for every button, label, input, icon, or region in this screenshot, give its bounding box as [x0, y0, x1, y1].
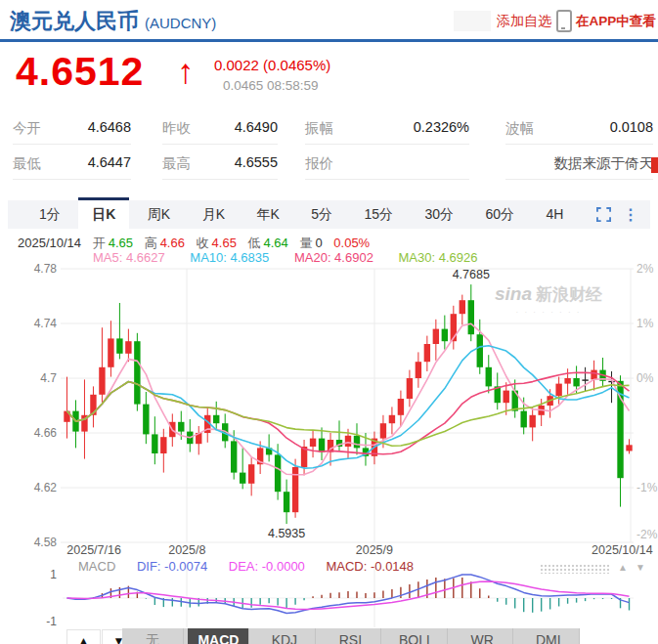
- instrument-name: 澳元兑人民币: [10, 9, 139, 33]
- bar-date: 2025/10/14: [18, 236, 81, 250]
- field-quote: 报价: [305, 154, 469, 180]
- field-high: 最高 4.6555: [162, 154, 278, 180]
- svg-text:4.7: 4.7: [40, 371, 57, 385]
- last-price: 4.6512: [16, 49, 144, 95]
- svg-text:-2%: -2%: [636, 528, 658, 541]
- fullscreen-icon[interactable]: [596, 207, 611, 222]
- price-axis: 4.784.744.74.664.624.582%1%0%-1%-2%: [34, 262, 658, 547]
- svg-text:4.62: 4.62: [34, 481, 58, 494]
- up-arrow-icon: ↑: [177, 52, 195, 91]
- x-axis-labels: 2025/7/162025/82025/92025/10/14: [0, 543, 658, 557]
- indicator-up-button[interactable]: ▲: [66, 629, 101, 644]
- macd-axis: 1-1: [46, 568, 57, 628]
- indicator-tab-strip: 无 MACD KDJ RSI BOLL WR DMI: [122, 628, 580, 644]
- period-tab-bar: 1分 日K 周K 月K 年K 5分 15分 30分 60分 4H ⋮: [8, 200, 650, 229]
- clipped-red-badge: [651, 157, 658, 173]
- tab-1min[interactable]: 1分: [25, 200, 74, 229]
- x-axis-label: 2025/9: [356, 543, 393, 557]
- page-title: 澳元兑人民币(AUDCNY): [10, 7, 216, 36]
- field-low: 最低 4.6447: [13, 154, 131, 180]
- indicator-tab-wr[interactable]: WR: [452, 628, 513, 644]
- svg-text:1: 1: [50, 568, 57, 581]
- svg-text:-1%: -1%: [636, 481, 658, 494]
- field-prev-close: 昨收 4.6490: [162, 119, 278, 145]
- tab-4h[interactable]: 4H: [533, 200, 578, 229]
- svg-text:4.78: 4.78: [34, 262, 58, 276]
- macd-chart[interactable]: 1-1: [0, 565, 658, 631]
- field-swing: 波幅 0.0108: [505, 119, 653, 145]
- annotations: 4.76854.5935: [268, 268, 490, 540]
- price-change: 0.0022 (0.0465%): [214, 57, 330, 73]
- tab-60min[interactable]: 60分: [472, 200, 529, 229]
- view-in-app-link[interactable]: 在APP中查看: [576, 13, 656, 30]
- x-axis-label: 2025/8: [168, 543, 205, 557]
- indicator-tab-dmi[interactable]: DMI: [518, 628, 580, 644]
- svg-text:4.66: 4.66: [34, 426, 58, 440]
- main-chart[interactable]: 4.784.744.74.664.624.582%1%0%-1%-2%4.768…: [0, 254, 658, 547]
- header-divider: [0, 39, 658, 42]
- ma-lines: [67, 323, 630, 475]
- field-open: 今开 4.6468: [13, 119, 131, 145]
- more-options-icon[interactable]: ⋮: [623, 205, 638, 224]
- svg-text:-1: -1: [46, 615, 57, 628]
- tab-daily-k[interactable]: 日K: [78, 197, 129, 232]
- field-data-source: 数据来源于倚天: [505, 154, 653, 180]
- indicator-tab-macd[interactable]: MACD: [188, 628, 249, 644]
- tab-15min[interactable]: 15分: [350, 200, 407, 229]
- tab-5min[interactable]: 5分: [297, 200, 346, 229]
- tab-monthly-k[interactable]: 月K: [189, 200, 239, 229]
- tab-weekly-k[interactable]: 周K: [134, 200, 184, 229]
- bar-change-pct: 0.05%: [333, 236, 370, 250]
- indicator-tab-kdj[interactable]: KDJ: [254, 628, 316, 644]
- watchlist-icon[interactable]: [454, 11, 491, 31]
- x-axis-label: 2025/10/14: [592, 543, 653, 557]
- svg-text:0%: 0%: [636, 371, 654, 385]
- phone-icon: [556, 10, 572, 32]
- tab-yearly-k[interactable]: 年K: [242, 200, 292, 229]
- instrument-symbol: (AUDCNY): [145, 15, 216, 31]
- indicator-tab-rsi[interactable]: RSI: [320, 628, 381, 644]
- indicator-tab-boll[interactable]: BOLL: [386, 628, 448, 644]
- svg-text:4.5935: 4.5935: [268, 527, 305, 540]
- svg-text:4.74: 4.74: [34, 317, 58, 330]
- add-watchlist-link[interactable]: 添加自选: [497, 13, 551, 30]
- x-axis-label: 2025/7/16: [66, 543, 121, 557]
- indicator-tab-none[interactable]: 无: [122, 628, 184, 644]
- quote-page: 澳元兑人民币(AUDCNY) 添加自选 在APP中查看 4.6512 ↑ 0.0…: [0, 0, 658, 644]
- tab-30min[interactable]: 30分: [412, 200, 468, 229]
- svg-text:4.7685: 4.7685: [453, 268, 490, 281]
- field-amplitude: 振幅 0.2326%: [305, 119, 469, 145]
- range-and-time: 0.0465 08:58:59: [223, 78, 319, 93]
- svg-text:2%: 2%: [636, 262, 654, 276]
- svg-text:1%: 1%: [636, 317, 654, 330]
